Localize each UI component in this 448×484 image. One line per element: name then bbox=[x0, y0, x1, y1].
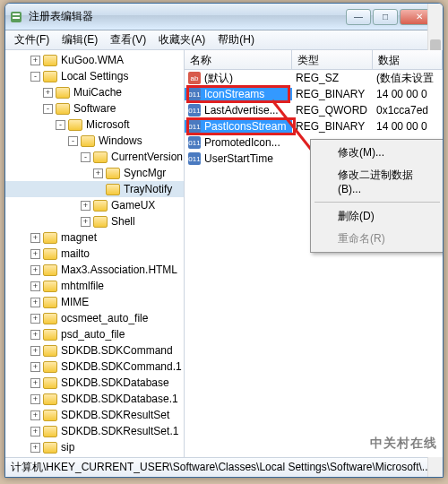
tree-label: SyncMgr bbox=[124, 167, 166, 179]
tree-label: Max3.Association.HTML bbox=[61, 264, 177, 276]
col-data[interactable]: 数据 bbox=[373, 50, 443, 69]
tree-node[interactable]: -Local Settings bbox=[5, 68, 184, 84]
folder-icon bbox=[43, 393, 57, 405]
value-row[interactable]: 011LastAdvertise...REG_QWORD0x1cca7ed bbox=[185, 102, 443, 118]
tree-label: ocsmeet_auto_file bbox=[61, 312, 148, 324]
tree-node[interactable]: +SDKDB.SDKDatabase bbox=[5, 375, 184, 391]
tree-node[interactable]: +SDKDB.SDKResultSet bbox=[5, 407, 184, 423]
menubar: 文件(F) 编辑(E) 查看(V) 收藏夹(A) 帮助(H) bbox=[5, 30, 443, 50]
expand-toggle[interactable]: + bbox=[30, 378, 40, 388]
expand-toggle[interactable]: + bbox=[30, 56, 40, 65]
tree-node[interactable]: +MIME bbox=[5, 294, 184, 310]
expand-toggle[interactable]: + bbox=[30, 330, 40, 340]
tree-node[interactable]: TrayNotify bbox=[5, 181, 184, 197]
tree-node[interactable]: +SDKDB.SDKResultSet.1 bbox=[5, 423, 184, 439]
expand-toggle[interactable]: + bbox=[30, 265, 40, 275]
value-list[interactable]: ab(默认)REG_SZ(数值未设置011IconStreamsREG_BINA… bbox=[185, 70, 443, 457]
folder-icon bbox=[43, 71, 57, 82]
expand-toggle[interactable]: - bbox=[56, 120, 65, 130]
expand-toggle[interactable]: + bbox=[30, 281, 40, 291]
folder-icon bbox=[43, 297, 57, 308]
tree-node[interactable]: +GameUX bbox=[5, 197, 184, 213]
menu-favorites[interactable]: 收藏夹(A) bbox=[153, 30, 211, 49]
tree-node[interactable]: +mailto bbox=[5, 246, 184, 262]
tree-node[interactable]: +KuGoo.WMA bbox=[5, 52, 184, 68]
ctx-modify[interactable]: 修改(M)... bbox=[313, 142, 442, 164]
tree-label: Shell bbox=[111, 215, 135, 228]
value-row[interactable]: ab(默认)REG_SZ(数值未设置 bbox=[185, 70, 443, 86]
registry-tree[interactable]: +KuGoo.WMA-Local Settings+MuiCache-Softw… bbox=[5, 50, 185, 457]
maximize-button[interactable]: □ bbox=[373, 9, 398, 25]
tree-node[interactable]: +magnet bbox=[5, 229, 184, 246]
expand-toggle[interactable]: + bbox=[30, 346, 40, 356]
expand-toggle[interactable]: - bbox=[30, 72, 40, 82]
tree-label: Software bbox=[73, 102, 116, 115]
value-row[interactable]: 011PastIconsStreamREG_BINARY14 00 00 0 bbox=[185, 118, 443, 134]
folder-icon bbox=[43, 248, 57, 260]
tree-node[interactable]: +mhtmlfile bbox=[5, 278, 184, 294]
tree-node[interactable]: -Software bbox=[5, 100, 184, 117]
folder-icon bbox=[43, 361, 57, 373]
expand-toggle[interactable]: + bbox=[30, 394, 40, 404]
tree-node[interactable]: +psd_auto_file bbox=[5, 326, 184, 342]
value-name: IconStreams bbox=[204, 88, 264, 100]
minimize-button[interactable]: — bbox=[346, 9, 371, 25]
tree-node[interactable]: +SDKDB.SDKCommand bbox=[5, 342, 184, 359]
expand-toggle[interactable]: - bbox=[68, 136, 78, 146]
folder-icon bbox=[93, 200, 108, 212]
statusbar: 计算机\HKEY_CURRENT_USER\Software\Classes\L… bbox=[5, 457, 443, 477]
value-row[interactable]: 011IconStreamsREG_BINARY14 00 00 0 bbox=[185, 86, 443, 102]
folder-icon bbox=[43, 232, 57, 244]
folder-icon bbox=[56, 87, 70, 99]
tree-label: Windows bbox=[99, 134, 142, 147]
value-name: LastAdvertise... bbox=[204, 104, 279, 117]
expand-toggle[interactable]: + bbox=[81, 201, 90, 211]
menu-view[interactable]: 查看(V) bbox=[105, 30, 151, 49]
expand-toggle[interactable]: + bbox=[30, 298, 40, 307]
expand-toggle[interactable]: + bbox=[30, 411, 40, 420]
expand-toggle[interactable]: + bbox=[43, 88, 53, 98]
ctx-delete[interactable]: 删除(D) bbox=[313, 205, 442, 228]
expand-toggle[interactable]: + bbox=[30, 233, 40, 243]
expand-toggle[interactable]: - bbox=[81, 152, 90, 162]
expand-toggle[interactable]: + bbox=[30, 362, 40, 372]
tree-node[interactable]: -Microsoft bbox=[5, 117, 184, 133]
col-name[interactable]: 名称 bbox=[185, 50, 292, 69]
folder-icon bbox=[43, 377, 57, 389]
menu-file[interactable]: 文件(F) bbox=[9, 30, 55, 49]
expand-toggle[interactable]: + bbox=[30, 249, 40, 259]
value-data: (数值未设置 bbox=[373, 71, 443, 86]
ctx-rename[interactable]: 重命名(R) bbox=[313, 228, 442, 250]
tree-node[interactable]: +SyncMgr bbox=[5, 165, 184, 181]
folder-icon bbox=[43, 426, 57, 437]
expand-toggle[interactable]: + bbox=[30, 314, 40, 324]
tree-label: mailto bbox=[61, 247, 90, 260]
tree-label: GameUX bbox=[111, 199, 155, 212]
tree-node[interactable]: -CurrentVersion bbox=[5, 149, 184, 165]
ctx-modify-binary[interactable]: 修改二进制数据(B)... bbox=[313, 164, 442, 199]
folder-icon bbox=[43, 410, 57, 421]
folder-icon bbox=[81, 135, 95, 147]
tree-node[interactable]: -Windows bbox=[5, 133, 184, 149]
tree-node[interactable]: +ocsmeet_auto_file bbox=[5, 310, 184, 326]
tree-node[interactable]: +SDKDB.SDKCommand.1 bbox=[5, 359, 184, 375]
tree-node[interactable]: +MuiCache bbox=[5, 84, 184, 100]
window-title: 注册表编辑器 bbox=[29, 9, 346, 24]
col-type[interactable]: 类型 bbox=[292, 50, 373, 69]
tree-node[interactable]: +Shell bbox=[5, 213, 184, 229]
tree-node[interactable]: +sip bbox=[5, 439, 184, 455]
titlebar[interactable]: 注册表编辑器 — □ ✕ bbox=[5, 4, 443, 30]
expand-toggle[interactable]: + bbox=[81, 217, 90, 227]
expand-toggle[interactable]: + bbox=[30, 427, 40, 436]
binary-value-icon: 011 bbox=[188, 104, 201, 117]
menu-help[interactable]: 帮助(H) bbox=[212, 30, 260, 49]
menu-edit[interactable]: 编辑(E) bbox=[56, 30, 103, 49]
expand-toggle[interactable]: - bbox=[43, 104, 53, 114]
expand-toggle[interactable]: + bbox=[93, 169, 103, 178]
tree-node[interactable]: +SDKDB.SDKDatabase.1 bbox=[5, 391, 184, 407]
folder-icon bbox=[43, 442, 57, 454]
svg-rect-1 bbox=[13, 13, 20, 15]
tree-node[interactable]: +Max3.Association.HTML bbox=[5, 262, 184, 278]
expand-toggle[interactable]: + bbox=[30, 443, 40, 453]
value-data: 0x1cca7ed bbox=[373, 104, 443, 117]
